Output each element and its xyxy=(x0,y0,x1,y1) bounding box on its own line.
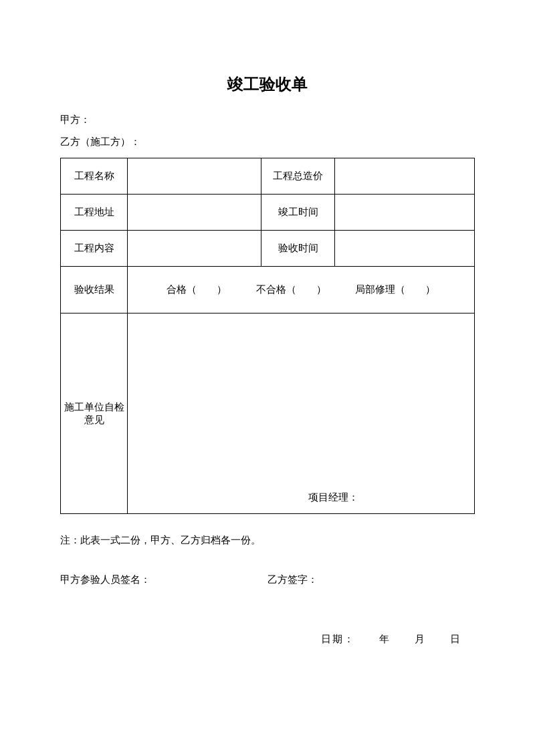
result-fail[interactable]: 不合格（ ） xyxy=(256,283,326,296)
note-text: 注：此表一式二份，甲方、乙方归档各一份。 xyxy=(60,534,475,547)
sign-a-label: 甲方参验人员签名： xyxy=(60,574,268,586)
result-options: 合格（ ） 不合格（ ） 局部修理（ ） xyxy=(128,267,475,313)
sign-b-label: 乙方签字： xyxy=(268,574,475,586)
project-address-value[interactable] xyxy=(128,195,261,231)
party-b-label: 乙方（施工方）： xyxy=(60,136,475,148)
project-content-value[interactable] xyxy=(128,231,261,267)
date-prefix: 日期： xyxy=(321,634,355,644)
project-address-label: 工程地址 xyxy=(61,195,128,231)
opinion-label: 施工单位自检意见 xyxy=(61,313,128,514)
party-a-label: 甲方： xyxy=(60,114,475,126)
acceptance-date-label: 验收时间 xyxy=(261,231,335,267)
completion-date-label: 竣工时间 xyxy=(261,195,335,231)
page-title: 竣工验收单 xyxy=(60,74,475,95)
project-manager-label: 项目经理： xyxy=(308,491,358,504)
result-partial[interactable]: 局部修理（ ） xyxy=(355,283,435,296)
date-month: 月 xyxy=(415,634,426,644)
result-pass[interactable]: 合格（ ） xyxy=(167,283,227,296)
project-name-label: 工程名称 xyxy=(61,158,128,195)
project-content-label: 工程内容 xyxy=(61,231,128,267)
acceptance-table: 工程名称 工程总造价 工程地址 竣工时间 工程内容 验收时间 验收结果 合格（ … xyxy=(60,158,475,514)
project-name-value[interactable] xyxy=(128,158,261,195)
opinion-cell[interactable]: 项目经理： xyxy=(128,313,475,514)
total-cost-value[interactable] xyxy=(335,158,475,195)
total-cost-label: 工程总造价 xyxy=(261,158,335,195)
date-year: 年 xyxy=(379,634,391,644)
completion-date-value[interactable] xyxy=(335,195,475,231)
result-label: 验收结果 xyxy=(61,267,128,313)
date-line: 日期：年月日 xyxy=(60,633,475,646)
date-day: 日 xyxy=(450,634,461,644)
acceptance-date-value[interactable] xyxy=(335,231,475,267)
